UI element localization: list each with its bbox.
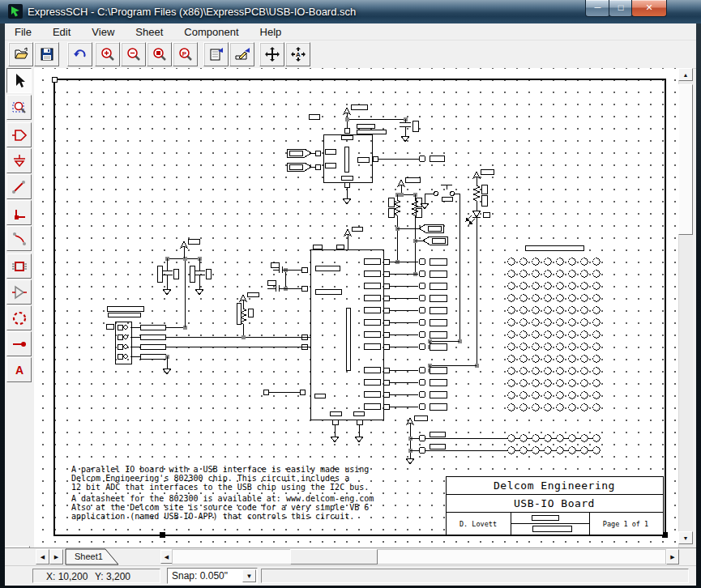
pan-button[interactable] [259, 42, 284, 66]
tool-wire[interactable] [6, 174, 32, 199]
port-icon [11, 126, 28, 144]
mid-resistor[interactable] [237, 292, 259, 339]
tool-ground[interactable] [6, 148, 32, 173]
check-schematic-button[interactable] [229, 42, 254, 66]
zoom-out-icon [126, 46, 142, 62]
cursor-x-value: X: 10,200 [46, 571, 88, 582]
window-border-right [696, 23, 701, 585]
text-icon: A [11, 361, 28, 379]
vertical-scroll-thumb[interactable] [678, 84, 693, 235]
save-icon [39, 46, 55, 62]
zoom-fit-icon [152, 46, 168, 62]
tool-zoom-area[interactable] [6, 95, 32, 120]
main-ic-symbol[interactable] [263, 227, 447, 442]
tool-select[interactable] [6, 68, 32, 93]
tool-gate[interactable] [6, 279, 32, 305]
svg-text:P: P [182, 50, 186, 58]
zoom-previous-button[interactable]: P [173, 42, 198, 66]
check-schematic-icon [234, 46, 250, 62]
snap-dropdown[interactable]: Snap: 0.050" ▼ [167, 568, 258, 584]
save-button[interactable] [34, 42, 59, 66]
zoom-in-icon [100, 46, 116, 62]
hscroll-left-button[interactable]: ◀ [160, 550, 173, 564]
circle-icon [11, 309, 28, 327]
annotation-line: application (named USB-IO-APP) that cont… [71, 512, 354, 521]
horizontal-scroll-thumb[interactable] [290, 549, 378, 565]
schematic-canvas[interactable]: A parallel IO board with a USB interface… [34, 68, 678, 548]
title-block-author: D. Lovett [459, 520, 497, 528]
minimize-button[interactable]: ─ [585, 0, 610, 17]
menu-component[interactable]: Component [181, 25, 242, 39]
zoom-out-button[interactable] [121, 42, 146, 66]
svg-text:A: A [15, 364, 23, 377]
open-icon [13, 46, 29, 62]
annotation-line: A parallel IO board with a USB interface… [71, 465, 369, 474]
tab-scroll-right-button[interactable]: ▶ [49, 549, 63, 565]
menu-view[interactable]: View [88, 25, 118, 39]
corner-icon [11, 204, 28, 222]
undo-icon [72, 46, 88, 62]
tool-port[interactable] [6, 122, 32, 147]
curve-icon [11, 230, 28, 248]
annotation-line: A datasheet for the 802300 is available … [71, 494, 374, 503]
net-icon [11, 335, 28, 353]
title-block[interactable]: Delcom Engineering USB-IO Board D. Lovet… [446, 476, 663, 535]
menu-help[interactable]: Help [257, 25, 285, 39]
tool-corner[interactable] [6, 200, 32, 225]
app-icon [8, 4, 23, 19]
zoom-fit-button[interactable] [147, 42, 172, 66]
maximize-button[interactable]: □ [609, 0, 633, 17]
scroll-down-button[interactable]: ▼ [678, 531, 693, 544]
sheet-properties-button[interactable] [203, 42, 229, 66]
sheet-properties-icon [208, 46, 224, 62]
status-message-panel [261, 569, 689, 583]
sheet-tab-label: Sheet1 [75, 552, 103, 561]
horizontal-scrollbar[interactable] [172, 549, 666, 565]
dip-socket-grid[interactable] [506, 245, 602, 457]
status-bar: X: 10,200 Y: 3,200 Snap: 0.050" ▼ [5, 565, 696, 586]
tab-scroll-left-button[interactable]: ◀ [36, 549, 49, 565]
snap-value: Snap: 0.050" [172, 570, 228, 582]
tool-component[interactable] [6, 254, 32, 279]
menu-sheet[interactable]: Sheet [132, 25, 166, 39]
window-body: File Edit View Sheet Component Help [5, 23, 696, 585]
title-block-page: Page 1 of 1 [603, 520, 648, 528]
pan-auto-icon: A [290, 46, 306, 62]
wire-icon [11, 178, 28, 196]
menu-bar: File Edit View Sheet Component Help [5, 23, 696, 40]
window-title: ExpressSCH - C:\Program Files (x86)\Expr… [28, 6, 356, 18]
tool-text[interactable]: A [6, 357, 32, 382]
annotation-line: Delcom Engineering's 802300 chip. This c… [71, 474, 349, 483]
ground-icon [11, 152, 28, 170]
tool-circle[interactable] [6, 305, 32, 330]
close-button[interactable]: ✕ [631, 0, 667, 17]
sheet-tab-row: ◀ ▶ Sheet1 ◀ ▶ [5, 548, 696, 566]
annotation-text[interactable]: A parallel IO board with a USB interface… [71, 465, 374, 521]
zoom-in-button[interactable] [95, 42, 120, 66]
pan-icon [264, 46, 280, 62]
tool-curve[interactable] [6, 226, 32, 251]
menu-file[interactable]: File [11, 25, 35, 39]
zoom-area-icon [11, 99, 28, 117]
open-button[interactable] [8, 42, 33, 66]
schematic-drawing: A parallel IO board with a USB interface… [34, 68, 678, 548]
undo-button[interactable] [67, 42, 92, 66]
annotation-line: Also at the Delcom site is source code f… [71, 503, 369, 512]
tool-net[interactable] [6, 331, 32, 356]
header-j1-symbol[interactable] [106, 239, 310, 374]
tool-palette: A [5, 68, 34, 548]
title-bar[interactable]: ExpressSCH - C:\Program Files (x86)\Expr… [0, 0, 701, 24]
hscroll-right-button[interactable]: ▶ [666, 549, 679, 565]
sheet-tab[interactable]: Sheet1 [65, 548, 123, 565]
menu-edit[interactable]: Edit [49, 25, 74, 39]
snap-dropdown-button[interactable]: ▼ [242, 569, 256, 582]
title-block-project: USB-IO Board [514, 497, 595, 509]
usb-connector-symbol[interactable] [287, 104, 444, 204]
pan-auto-button[interactable]: A [285, 42, 310, 66]
cursor-y-value: Y: 3,200 [95, 571, 130, 582]
component-icon [11, 258, 28, 275]
main-toolbar: P A [5, 40, 696, 69]
title-block-company: Delcom Engineering [494, 479, 615, 492]
scroll-up-button[interactable]: ▲ [678, 68, 693, 81]
zoom-previous-icon: P [177, 46, 194, 62]
